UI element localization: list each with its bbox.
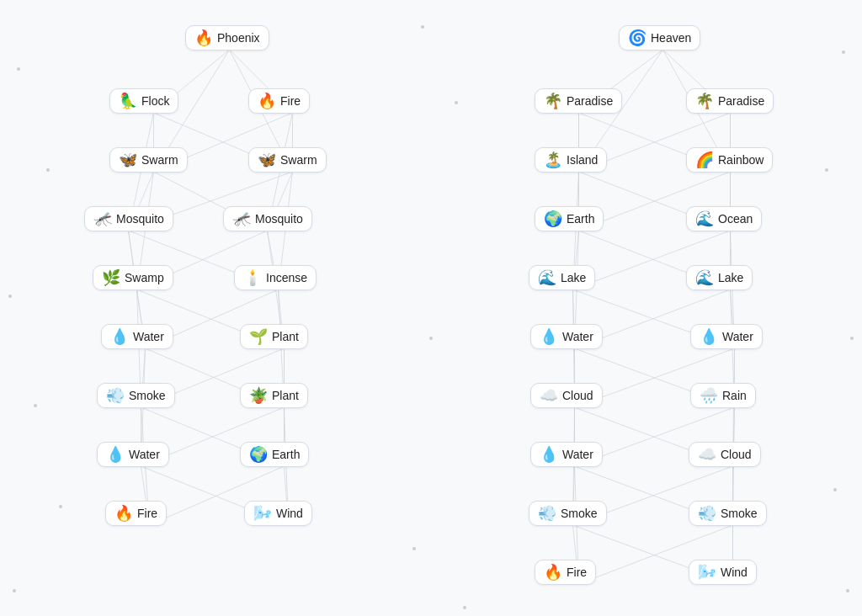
node-label: Swarm [141,153,178,167]
node-label: Water [722,330,753,343]
node-l8a[interactable]: 🔥Fire [105,501,167,526]
node-icon: 💧 [106,447,125,462]
node-label: Fire [280,94,301,108]
node-r4b[interactable]: 🌊Lake [686,265,753,290]
node-icon: 💧 [540,447,558,462]
node-r9a[interactable]: 🔥Fire [535,560,596,585]
node-r7b[interactable]: ☁️Cloud [689,442,761,467]
node-l3a[interactable]: 🦟Mosquito [84,206,173,231]
node-label: Cloud [721,448,752,461]
node-r6a[interactable]: ☁️Cloud [530,383,603,408]
node-icon: 💧 [110,329,129,344]
node-label: Earth [272,448,300,461]
node-label: Island [567,153,598,167]
node-label: Incense [266,271,307,284]
node-label: Flock [141,94,169,108]
node-label: Smoke [129,389,166,402]
node-r1a[interactable]: 🌴Paradise [535,88,622,114]
node-l7b[interactable]: 🌍Earth [240,442,309,467]
node-r7a[interactable]: 💧Water [530,442,603,467]
node-l1a[interactable]: 🦜Flock [109,88,178,114]
node-l6b[interactable]: 🪴Plant [240,383,308,408]
node-l6a[interactable]: 💨Smoke [97,383,175,408]
node-label: Mosquito [116,212,164,226]
node-r0[interactable]: 🌀Heaven [619,25,700,50]
node-r8a[interactable]: 💨Smoke [529,501,607,526]
node-icon: 🌱 [249,329,268,344]
node-r3a[interactable]: 🌍Earth [535,206,604,231]
node-r5a[interactable]: 💧Water [530,324,603,349]
node-label: Water [562,448,593,461]
node-l5b[interactable]: 🌱Plant [240,324,308,349]
node-label: Water [133,330,164,343]
node-l3b[interactable]: 🦟Mosquito [223,206,312,231]
node-icon: 🌈 [695,152,714,167]
node-r2b[interactable]: 🌈Rainbow [686,147,773,173]
node-icon: 🔥 [258,93,276,109]
node-label: Cloud [562,389,593,402]
node-icon: 🌬️ [253,506,272,521]
node-label: Rain [722,389,747,402]
node-icon: 🔥 [544,565,562,580]
node-label: Wind [276,507,303,520]
node-icon: ☁️ [540,388,558,403]
node-r8b[interactable]: 💨Smoke [689,501,767,526]
node-l0[interactable]: 🔥Phoenix [185,25,269,50]
node-icon: 🌀 [628,30,646,45]
node-l4a[interactable]: 🌿Swamp [93,265,173,290]
node-l4b[interactable]: 🕯️Incense [234,265,317,290]
node-l8b[interactable]: 🌬️Wind [244,501,312,526]
node-icon: 🌊 [538,270,556,285]
node-icon: 🌧️ [700,388,718,403]
node-label: Lake [561,271,586,284]
node-l1b[interactable]: 🔥Fire [248,88,310,114]
node-label: Wind [721,566,748,579]
node-r5b[interactable]: 💧Water [690,324,763,349]
node-r6b[interactable]: 🌧️Rain [690,383,756,408]
node-icon: 🕯️ [243,270,262,285]
node-icon: 🦟 [232,211,251,226]
node-icon: 🌴 [544,93,562,109]
node-label: Lake [718,271,743,284]
node-icon: 🦜 [119,93,137,109]
node-label: Fire [567,566,587,579]
node-icon: 💧 [700,329,718,344]
node-icon: 💧 [540,329,558,344]
node-label: Plant [272,330,299,343]
node-label: Heaven [651,31,691,45]
node-r9b[interactable]: 🌬️Wind [689,560,757,585]
node-icon: 🪴 [249,388,268,403]
node-icon: 🔥 [194,30,213,45]
node-icon: ☁️ [698,447,716,462]
node-label: Paradise [718,94,764,108]
node-r4a[interactable]: 🌊Lake [529,265,595,290]
node-icon: 🔥 [114,506,133,521]
node-label: Paradise [567,94,613,108]
node-icon: 🦋 [119,152,137,167]
node-l2a[interactable]: 🦋Swarm [109,147,188,173]
node-label: Rainbow [718,153,764,167]
node-r1b[interactable]: 🌴Paradise [686,88,774,114]
node-r3b[interactable]: 🌊Ocean [686,206,762,231]
node-l7a[interactable]: 💧Water [97,442,169,467]
node-icon: 💨 [106,388,125,403]
node-icon: 🌊 [695,211,714,226]
node-label: Earth [567,212,594,226]
node-l5a[interactable]: 💧Water [101,324,173,349]
node-r2a[interactable]: 🏝️Island [535,147,607,173]
node-icon: 🌍 [249,447,268,462]
node-l2b[interactable]: 🦋Swarm [248,147,327,173]
node-icon: 🌬️ [698,565,716,580]
node-icon: 🌍 [544,211,562,226]
node-label: Ocean [718,212,753,226]
node-icon: 🦋 [258,152,276,167]
node-icon: 🌊 [695,270,714,285]
node-icon: 💨 [538,506,556,521]
node-icon: 💨 [698,506,716,521]
node-label: Smoke [721,507,758,520]
node-label: Mosquito [255,212,303,226]
node-label: Swarm [280,153,317,167]
node-label: Water [129,448,160,461]
node-label: Plant [272,389,299,402]
node-label: Fire [137,507,157,520]
